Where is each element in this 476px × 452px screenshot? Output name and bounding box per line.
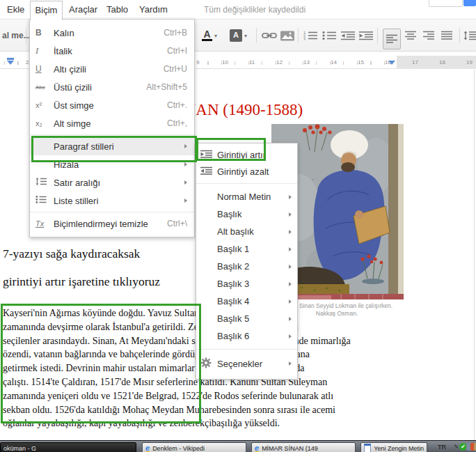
line-spacing-button[interactable] bbox=[463, 28, 476, 43]
menu-bicim[interactable]: Biçim bbox=[30, 1, 63, 20]
toolbar-separator bbox=[298, 28, 299, 43]
align-center-icon bbox=[405, 31, 416, 40]
increase-indent-icon bbox=[359, 31, 373, 40]
submenu-item-baslik-4[interactable]: Başlık 4 bbox=[196, 293, 297, 310]
bulleted-list-button[interactable] bbox=[322, 28, 336, 43]
submenu-item-secenekler[interactable]: Seçenekler bbox=[196, 354, 297, 373]
chevron-down-icon[interactable]: ▾ bbox=[244, 33, 247, 39]
right-indent-marker[interactable] bbox=[388, 61, 395, 65]
menu-item-ust-simge[interactable]: x² Üst simge Ctrl+. bbox=[30, 96, 194, 114]
taskbar-button-zengin-metin[interactable]: Yeni Zengin Metin bbox=[360, 442, 427, 452]
insert-link-button[interactable] bbox=[262, 28, 277, 43]
menu-item-liste-stilleri[interactable]: Liste stilleri bbox=[30, 192, 194, 210]
menu-separator bbox=[30, 212, 194, 212]
menu-bar: Ekle Araçlar Tablo Yardım Tüm değişiklik… bbox=[0, 0, 476, 19]
menu-item-label: İtalik bbox=[54, 46, 167, 56]
shortcut-label: Ctrl+\ bbox=[167, 219, 187, 228]
menu-item-label: Hizala bbox=[54, 159, 180, 170]
bold-icon: B bbox=[35, 28, 54, 38]
chevron-down-icon[interactable]: ▾ bbox=[214, 33, 217, 39]
submenu-item-label: Girintiyi artır bbox=[217, 150, 292, 160]
intro-line-1[interactable]: 7-yazıyı sağa kaydıracaksak bbox=[3, 247, 140, 261]
save-status: Tüm değişiklikler kaydedildi bbox=[204, 5, 306, 15]
menu-item-kalin[interactable]: B Kalın Ctrl+B bbox=[30, 24, 194, 42]
menu-item-bicimlendirmeyi-temizle[interactable]: Tx Biçimlendirmeyi temizle Ctrl+\ bbox=[30, 215, 194, 233]
highlight-color-icon: A bbox=[230, 29, 242, 42]
comments-button-fragment[interactable] bbox=[429, 0, 463, 7]
underline-icon: U bbox=[35, 64, 54, 74]
menu-item-alti-cizili[interactable]: U Altı çizili Ctrl+U bbox=[30, 60, 194, 78]
align-right-button[interactable] bbox=[423, 28, 434, 43]
justify-button[interactable] bbox=[441, 28, 452, 43]
numbered-list-icon: 1 2 3 bbox=[303, 31, 317, 40]
first-line-indent-marker[interactable] bbox=[7, 58, 14, 60]
submenu-item-girintiyi-azalt[interactable]: Girintiyi azalt bbox=[196, 163, 297, 180]
submenu-item-label: Alt başlık bbox=[217, 226, 285, 237]
submenu-item-baslik-2[interactable]: Başlık 2 bbox=[196, 258, 297, 275]
menu-yardim[interactable]: Yardım bbox=[139, 4, 168, 15]
menu-item-italik[interactable]: I İtalik Ctrl+I bbox=[30, 42, 194, 60]
taskbar-button-mimar-sinan[interactable]: e MİMAR SİNAN (149 bbox=[251, 442, 356, 452]
menu-item-hizala[interactable]: Hizala bbox=[30, 155, 194, 173]
submenu-item-girintiyi-artir[interactable]: Girintiyi artır bbox=[196, 146, 297, 163]
decrease-indent-button[interactable] bbox=[341, 28, 355, 43]
menu-item-label: Biçimlendirmeyi temizle bbox=[54, 219, 167, 229]
strikethrough-icon: Abc bbox=[35, 84, 54, 91]
submenu-item-baslik-5[interactable]: Başlık 5 bbox=[196, 310, 297, 327]
submenu-item-label: Girintiyi azalt bbox=[217, 166, 292, 177]
submenu-item-baslik[interactable]: Başlık bbox=[196, 205, 297, 223]
menu-araclar[interactable]: Araçlar bbox=[69, 4, 97, 15]
toolbar-separator bbox=[26, 28, 26, 43]
menu-tablo[interactable]: Tablo bbox=[106, 4, 128, 15]
text-color-icon: A bbox=[203, 30, 210, 38]
menu-item-alt-simge[interactable]: x₂ Alt simge Ctrl+, bbox=[30, 114, 194, 132]
format-menu-dropdown: B Kalın Ctrl+B I İtalik Ctrl+I U Altı çi… bbox=[29, 19, 195, 237]
text-color-button[interactable]: A ▾ bbox=[202, 28, 217, 43]
shortcut-label: Ctrl+I bbox=[167, 46, 187, 56]
windows-taskbar: oküman - G e Denklem - Vikipedi e MİMAR … bbox=[0, 440, 476, 452]
ruler-number: 2 bbox=[26, 59, 29, 65]
shortcut-label: Ctrl+B bbox=[164, 28, 187, 38]
submenu-arrow-icon bbox=[289, 334, 292, 338]
shortcut-label: Ctrl+U bbox=[164, 64, 187, 74]
align-left-button[interactable] bbox=[383, 29, 401, 49]
submenu-item-baslik-1[interactable]: Başlık 1 bbox=[196, 240, 297, 258]
paragraph-styles-submenu: Girintiyi artır Girintiyi azalt Normal M… bbox=[196, 143, 298, 380]
increase-indent-button[interactable] bbox=[359, 28, 373, 43]
menu-item-ustu-cizili[interactable]: Abc Üstü çizili Alt+Shift+5 bbox=[30, 78, 194, 96]
italic-icon: I bbox=[35, 45, 54, 56]
left-indent-marker[interactable] bbox=[7, 61, 14, 65]
submenu-item-normal-metin[interactable]: Normal Metin bbox=[196, 188, 297, 205]
taskbar-button-document[interactable]: oküman - G bbox=[0, 442, 136, 452]
toolbar-separator bbox=[459, 28, 460, 43]
submenu-item-label: Başlık 4 bbox=[217, 296, 285, 306]
menu-item-label: Kalın bbox=[54, 28, 164, 38]
submenu-item-baslik-3[interactable]: Başlık 3 bbox=[196, 275, 297, 293]
align-center-button[interactable] bbox=[405, 28, 416, 43]
toolbar-separator bbox=[256, 28, 257, 43]
ruler-number: 19 bbox=[466, 59, 473, 65]
paragraph-line: sekban oldu. 1526'da katıldığı Mohaç Mey… bbox=[3, 403, 473, 417]
taskbar-button-denklem[interactable]: e Denklem - Vikipedi bbox=[142, 442, 246, 452]
ruler-number: 17 bbox=[412, 59, 418, 65]
menu-item-satir-araligi[interactable]: Satır aralığı bbox=[30, 173, 194, 192]
submenu-item-label: Başlık 6 bbox=[217, 331, 285, 341]
highlight-color-button[interactable]: A ▾ bbox=[230, 28, 247, 43]
clear-formatting-icon: Tx bbox=[35, 219, 54, 228]
ruler-number: 18 bbox=[439, 59, 445, 65]
submenu-arrow-icon bbox=[289, 282, 292, 286]
submenu-arrow-icon bbox=[184, 180, 187, 185]
language-indicator[interactable]: TR bbox=[433, 442, 451, 452]
submenu-item-baslik-6[interactable]: Başlık 6 bbox=[196, 327, 297, 345]
submenu-item-label: Başlık bbox=[217, 209, 285, 219]
share-button-fragment[interactable] bbox=[463, 0, 476, 6]
gear-icon bbox=[200, 357, 212, 368]
intro-line-2[interactable]: girintiyi artır işaretine tıklıyoruz bbox=[3, 274, 160, 289]
insert-image-button[interactable] bbox=[280, 28, 294, 43]
submenu-arrow-icon bbox=[184, 144, 187, 148]
submenu-item-alt-baslik[interactable]: Alt başlık bbox=[196, 223, 297, 240]
numbered-list-button[interactable]: 1 2 3 bbox=[303, 28, 317, 43]
menu-ekle[interactable]: Ekle bbox=[7, 4, 24, 15]
menu-item-paragraf-stilleri[interactable]: Paragraf stilleri bbox=[30, 137, 194, 155]
menu-separator bbox=[30, 134, 194, 135]
